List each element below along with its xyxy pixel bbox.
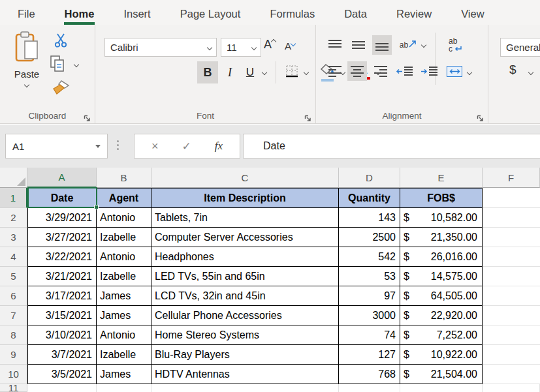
- cell-D4[interactable]: 542: [339, 247, 400, 267]
- cell-C10[interactable]: HDTV Antennas: [151, 365, 339, 384]
- tab-view[interactable]: View: [460, 5, 484, 25]
- paste-dropdown-icon[interactable]: [24, 82, 29, 87]
- copy-button[interactable]: [50, 55, 67, 77]
- decrease-font-size-button[interactable]: A: [285, 40, 295, 52]
- cell-E3[interactable]: $21,350.00: [400, 228, 483, 247]
- underline-dropdown-icon[interactable]: [262, 70, 267, 75]
- cell-B5[interactable]: Izabelle: [97, 267, 151, 286]
- cell-A1[interactable]: Date: [27, 188, 97, 208]
- increase-font-size-button[interactable]: A: [264, 38, 276, 52]
- cell-D2[interactable]: 143: [339, 208, 400, 228]
- column-header-F[interactable]: F: [483, 168, 540, 188]
- cell-B6[interactable]: James: [97, 286, 151, 306]
- name-box-dropdown-icon[interactable]: [95, 145, 101, 148]
- cell-A7[interactable]: 3/15/2021: [27, 306, 97, 325]
- align-right-button[interactable]: [371, 61, 390, 81]
- align-left-button[interactable]: [325, 61, 345, 81]
- cell-C6[interactable]: LCD TVs, 32in and 45in: [151, 286, 339, 306]
- row-header-7[interactable]: 7: [0, 306, 27, 325]
- row-header-6[interactable]: 6: [0, 286, 27, 306]
- top-align-button[interactable]: [325, 35, 345, 55]
- increase-indent-button[interactable]: [418, 61, 440, 81]
- underline-button[interactable]: U: [242, 61, 259, 83]
- select-all-button[interactable]: [0, 168, 27, 188]
- borders-dropdown-icon[interactable]: [304, 70, 309, 75]
- cell-B4[interactable]: Antonio: [97, 247, 151, 267]
- cell-E4[interactable]: $26,016.00: [400, 247, 483, 267]
- cell-F6[interactable]: [483, 286, 540, 306]
- decrease-indent-button[interactable]: [393, 61, 415, 81]
- cell-D3[interactable]: 2500: [339, 228, 400, 247]
- clipboard-dialog-launcher-icon[interactable]: [84, 113, 91, 120]
- cell-F5[interactable]: [483, 267, 540, 286]
- tab-insert[interactable]: Insert: [123, 5, 151, 25]
- cell-C8[interactable]: Home Stereo Systems: [151, 325, 339, 345]
- cell-B8[interactable]: Antonio: [97, 325, 151, 345]
- cell-B11[interactable]: [97, 384, 151, 392]
- cell-C11[interactable]: [151, 384, 339, 392]
- cell-A6[interactable]: 3/17/2021: [27, 286, 97, 306]
- cancel-icon[interactable]: ×: [151, 140, 159, 153]
- enter-icon[interactable]: ✓: [182, 140, 191, 153]
- cell-A11[interactable]: [27, 384, 97, 392]
- cell-C3[interactable]: Computer Server Accessories: [151, 228, 339, 247]
- cell-A8[interactable]: 3/10/2021: [27, 325, 97, 345]
- row-header-2[interactable]: 2: [0, 208, 27, 228]
- row-header-10[interactable]: 10: [0, 365, 27, 384]
- cell-E1[interactable]: FOB$: [400, 188, 483, 208]
- cell-D5[interactable]: 53: [339, 267, 400, 286]
- cell-D1[interactable]: Quantity: [339, 188, 400, 208]
- cell-D9[interactable]: 127: [339, 345, 400, 365]
- tab-data[interactable]: Data: [343, 5, 368, 25]
- cell-A4[interactable]: 3/22/2021: [27, 247, 97, 267]
- cell-C5[interactable]: LED TVs, 55in and 65in: [151, 267, 339, 286]
- cell-B3[interactable]: Izabelle: [97, 228, 151, 247]
- bottom-align-button[interactable]: [372, 35, 392, 55]
- accounting-dropdown-icon[interactable]: [528, 70, 533, 75]
- cell-F7[interactable]: [483, 306, 540, 325]
- cell-A10[interactable]: 3/5/2021: [27, 365, 97, 384]
- cell-B9[interactable]: Izabelle: [97, 345, 151, 365]
- cell-E9[interactable]: $10,922.00: [400, 345, 483, 365]
- cell-A5[interactable]: 3/21/2021: [27, 267, 97, 286]
- copy-dropdown-icon[interactable]: [74, 62, 79, 67]
- cell-E2[interactable]: $10,582.00: [400, 208, 483, 228]
- row-header-5[interactable]: 5: [0, 267, 27, 286]
- cell-B7[interactable]: James: [97, 306, 151, 325]
- tab-home[interactable]: Home: [64, 5, 95, 25]
- bold-button[interactable]: B: [197, 61, 218, 83]
- row-header-4[interactable]: 4: [0, 247, 27, 267]
- cell-C9[interactable]: Blu-Ray Players: [151, 345, 339, 365]
- cell-A9[interactable]: 3/7/2021: [27, 345, 97, 365]
- cut-button[interactable]: [54, 33, 68, 51]
- cell-C2[interactable]: Tablets, 7in: [151, 208, 339, 228]
- cell-E7[interactable]: $22,920.00: [400, 306, 483, 325]
- column-header-A[interactable]: A: [27, 168, 97, 188]
- cell-F1[interactable]: [483, 188, 540, 208]
- row-header-1[interactable]: 1: [0, 188, 27, 208]
- paste-button[interactable]: Paste: [8, 30, 46, 94]
- orientation-button[interactable]: ab: [397, 35, 419, 55]
- column-header-B[interactable]: B: [97, 168, 151, 188]
- alignment-dialog-launcher-icon[interactable]: [477, 113, 484, 120]
- cell-D10[interactable]: 768: [339, 365, 400, 384]
- middle-align-button[interactable]: [349, 35, 368, 55]
- center-button[interactable]: [347, 61, 367, 81]
- row-header-9[interactable]: 9: [0, 345, 27, 365]
- accounting-format-button[interactable]: $: [509, 63, 516, 77]
- orientation-dropdown-icon[interactable]: [421, 42, 426, 48]
- column-header-E[interactable]: E: [400, 168, 483, 188]
- formula-bar-input[interactable]: Date: [243, 134, 540, 158]
- cell-D8[interactable]: 74: [339, 325, 400, 345]
- cell-D7[interactable]: 3000: [339, 306, 400, 325]
- cell-E8[interactable]: $7,252.00: [400, 325, 483, 345]
- cell-F9[interactable]: [483, 345, 540, 365]
- cell-F2[interactable]: [483, 208, 540, 228]
- borders-button[interactable]: [283, 61, 300, 83]
- tab-formulas[interactable]: Formulas: [269, 5, 315, 25]
- cell-C4[interactable]: Headphones: [151, 247, 339, 267]
- merge-and-center-button[interactable]: [444, 61, 465, 81]
- cell-F8[interactable]: [483, 325, 540, 345]
- cell-A2[interactable]: 3/29/2021: [27, 208, 97, 228]
- row-header-11[interactable]: 11: [0, 384, 27, 392]
